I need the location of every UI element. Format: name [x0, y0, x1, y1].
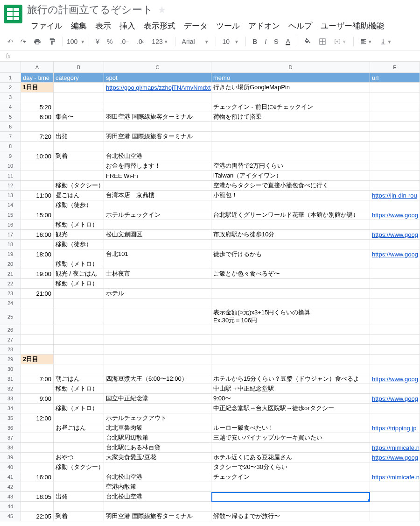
cell[interactable]	[370, 413, 420, 423]
cell[interactable]: 徒歩で行けるかも	[211, 249, 370, 259]
cell[interactable]: https://www.goog	[370, 249, 420, 259]
cell[interactable]	[54, 289, 104, 299]
cell[interactable]: 解散〜帰るまでが旅行〜	[211, 512, 370, 521]
cell[interactable]	[104, 142, 211, 151]
cell[interactable]	[21, 453, 54, 462]
cell[interactable]	[370, 355, 420, 364]
cell[interactable]	[54, 83, 104, 92]
cell[interactable]	[54, 325, 104, 335]
cell[interactable]: 市政府駅から徒歩10分	[211, 230, 370, 240]
cell[interactable]: 9:00	[21, 394, 54, 404]
row-head[interactable]: 24	[0, 299, 21, 308]
cell[interactable]	[211, 492, 370, 502]
cell[interactable]	[211, 259, 370, 269]
menu-6[interactable]: ツール	[212, 19, 244, 33]
cell[interactable]: https://mimicafe.n	[370, 472, 420, 482]
doc-title[interactable]: 旅行の計画立てるぞシート	[27, 3, 153, 17]
cell[interactable]: 9:00〜	[211, 394, 370, 404]
cell[interactable]: 台北駅周辺散策	[104, 433, 211, 443]
cell[interactable]	[54, 171, 104, 181]
cell[interactable]	[211, 122, 370, 132]
col-head-C[interactable]: C	[104, 62, 211, 73]
percent-button[interactable]: %	[104, 36, 115, 47]
row-head[interactable]: 22	[0, 279, 21, 289]
row-head[interactable]: 45	[0, 512, 21, 521]
star-icon[interactable]: ★	[158, 4, 166, 15]
font-size-select[interactable]: 10▼	[220, 36, 242, 47]
row-head[interactable]: 43	[0, 492, 21, 502]
cell[interactable]: 台北駅近くグリーンワールド花華（本館か別館か謎）	[211, 210, 370, 220]
cell[interactable]	[370, 181, 420, 191]
cell[interactable]	[21, 181, 54, 191]
cell[interactable]	[370, 171, 420, 181]
cell[interactable]: 松山文創園区	[104, 230, 211, 240]
formula-bar[interactable]: fx	[0, 50, 420, 62]
cell[interactable]: 移動（徒歩）	[54, 240, 104, 249]
row-head[interactable]: 15	[0, 210, 21, 220]
cell[interactable]	[21, 482, 54, 492]
row-head[interactable]: 19	[0, 249, 21, 259]
menu-8[interactable]: ヘルプ	[285, 19, 316, 33]
cell[interactable]: 四海豆漿大王（6:00〜12:00）	[104, 374, 211, 384]
cell[interactable]	[21, 335, 54, 345]
cell[interactable]: おやつ	[54, 453, 104, 462]
paint-format-button[interactable]	[46, 36, 59, 47]
cell[interactable]: ホテルチェックイン	[104, 210, 211, 220]
cell[interactable]	[370, 112, 420, 122]
cell[interactable]	[211, 335, 370, 345]
cell[interactable]	[104, 181, 211, 191]
cell[interactable]: 台北松山空港	[104, 492, 211, 502]
currency-button[interactable]: ¥	[93, 36, 102, 47]
cell[interactable]: 台北101	[104, 249, 211, 259]
cell[interactable]	[370, 240, 420, 249]
cell[interactable]	[21, 161, 54, 171]
cell[interactable]: 5:20	[21, 102, 54, 112]
menu-9[interactable]: ユーザー補助機能	[317, 19, 388, 33]
cell[interactable]: 12:00	[21, 413, 54, 423]
cell[interactable]	[21, 433, 54, 443]
cell[interactable]	[21, 502, 54, 512]
cell[interactable]: 台北松山空港	[104, 151, 211, 161]
cell[interactable]: 移動（メトロ）	[54, 259, 104, 269]
cell[interactable]	[104, 345, 211, 355]
cell[interactable]: 22:05	[21, 512, 54, 521]
cell[interactable]	[370, 462, 420, 472]
cell[interactable]: 到着	[54, 151, 104, 161]
row-head[interactable]: 18	[0, 240, 21, 249]
cell[interactable]	[54, 92, 104, 102]
row-head[interactable]: 28	[0, 345, 21, 355]
valign-button[interactable]: ▼	[377, 36, 395, 47]
cell[interactable]: 朝ごはん	[54, 374, 104, 384]
cell[interactable]	[104, 122, 211, 132]
cell[interactable]	[21, 279, 54, 289]
row-head[interactable]: 25	[0, 308, 21, 325]
cell[interactable]: 行きたい場所GoogleMapPin	[211, 83, 370, 92]
italic-button[interactable]: I	[262, 36, 269, 47]
cell[interactable]	[211, 92, 370, 102]
strike-button[interactable]: S	[271, 36, 281, 47]
row-head[interactable]: 11	[0, 171, 21, 181]
cell[interactable]	[54, 502, 104, 512]
menu-1[interactable]: 編集	[67, 19, 91, 33]
row-head[interactable]: 34	[0, 404, 21, 413]
cell[interactable]: 1日目	[21, 83, 54, 92]
cell[interactable]	[370, 83, 420, 92]
cell[interactable]	[21, 325, 54, 335]
cell[interactable]	[370, 335, 420, 345]
cell[interactable]	[211, 443, 370, 453]
col-head-A[interactable]: A	[21, 62, 54, 73]
cell[interactable]: https://www.goog	[370, 210, 420, 220]
cell[interactable]	[54, 443, 104, 453]
cell[interactable]	[104, 299, 211, 308]
row-head[interactable]: 38	[0, 443, 21, 453]
zoom-select[interactable]: 100▼	[67, 38, 85, 45]
cell[interactable]	[370, 289, 420, 299]
cell[interactable]	[370, 259, 420, 269]
cell[interactable]	[21, 384, 54, 394]
row-head[interactable]: 30	[0, 364, 21, 374]
cell[interactable]	[211, 132, 370, 142]
cell[interactable]	[104, 92, 211, 102]
menu-5[interactable]: データ	[180, 19, 211, 33]
cell[interactable]	[211, 502, 370, 512]
row-head[interactable]: 6	[0, 122, 21, 132]
